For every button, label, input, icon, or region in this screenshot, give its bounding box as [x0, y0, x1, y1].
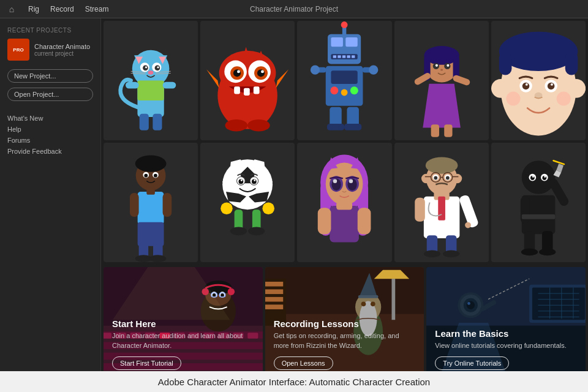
tutorial-1-desc: Join a character audition and learn all …	[112, 331, 254, 350]
char-card-anime-girl[interactable]	[297, 143, 391, 262]
svg-rect-48	[333, 55, 336, 58]
svg-rect-142	[330, 206, 360, 243]
tutorial-3-btn[interactable]: Try Online Tutorials	[435, 356, 509, 370]
svg-rect-44	[346, 37, 358, 47]
provide-feedback-link[interactable]: Provide Feedback	[7, 148, 93, 155]
char-card-ninja[interactable]	[491, 143, 586, 262]
svg-rect-81	[499, 51, 512, 75]
svg-point-12	[148, 70, 154, 75]
svg-point-34	[261, 70, 264, 73]
svg-rect-17	[137, 81, 164, 101]
tutorial-card-recording: Recording Lessons Get tips on recording,…	[265, 267, 424, 379]
svg-point-99	[154, 174, 157, 178]
svg-point-74	[440, 69, 443, 71]
svg-rect-161	[438, 197, 445, 221]
svg-point-139	[349, 179, 353, 184]
svg-point-185	[539, 249, 556, 256]
svg-point-33	[237, 70, 240, 73]
forums-link[interactable]: Forums	[7, 137, 93, 144]
svg-rect-181	[521, 197, 530, 224]
svg-rect-43	[331, 37, 344, 47]
char-card-blue-cat[interactable]	[104, 21, 198, 140]
svg-point-210	[221, 293, 224, 297]
char-card-boy-face[interactable]	[491, 21, 586, 140]
project-icon: PRO	[7, 39, 29, 61]
svg-rect-223	[391, 279, 395, 320]
svg-point-61	[369, 66, 379, 75]
project-status: current project	[34, 50, 90, 57]
svg-point-138	[333, 179, 337, 184]
menu-record[interactable]: Record	[50, 5, 74, 13]
svg-point-150	[421, 174, 431, 184]
char-card-soccer-ball[interactable]	[200, 143, 295, 262]
tutorial-1-btn[interactable]: Start First Tutorial	[112, 356, 181, 370]
svg-point-56	[341, 89, 348, 96]
svg-point-176	[532, 176, 534, 178]
sidebar-links: What's New Help Forums Provide Feedback	[7, 115, 93, 155]
svg-rect-76	[452, 74, 471, 86]
svg-rect-82	[565, 51, 578, 75]
svg-point-126	[230, 227, 247, 235]
svg-point-73	[447, 64, 449, 67]
svg-rect-221	[265, 297, 283, 302]
svg-point-155	[446, 176, 450, 180]
svg-rect-64	[327, 124, 344, 130]
svg-point-107	[135, 255, 152, 262]
svg-rect-21	[153, 114, 162, 130]
svg-rect-104	[138, 222, 164, 246]
menu-rig[interactable]: Rig	[28, 5, 39, 13]
svg-point-149	[425, 157, 458, 173]
help-link[interactable]: Help	[7, 126, 93, 133]
svg-point-72	[435, 64, 437, 67]
svg-point-46	[341, 21, 348, 28]
svg-point-90	[551, 83, 553, 86]
svg-rect-52	[352, 55, 355, 58]
tutorial-3-desc: View online tutorials covering fundament…	[435, 341, 577, 350]
svg-point-10	[145, 66, 147, 68]
svg-point-98	[144, 174, 148, 178]
whats-new-link[interactable]: What's New	[7, 115, 93, 122]
home-icon[interactable]: ⌂	[6, 4, 17, 15]
svg-point-129	[263, 203, 275, 215]
svg-point-55	[331, 86, 339, 94]
caption-text: Adobe Character Animator Interface: Auto…	[158, 377, 430, 387]
svg-point-168	[443, 251, 459, 258]
char-card-boy-dark[interactable]	[104, 143, 198, 262]
window-title: Character Animator Project	[250, 5, 338, 13]
svg-point-108	[149, 255, 166, 262]
new-project-button[interactable]: New Project...	[7, 69, 93, 83]
svg-rect-37	[254, 86, 260, 94]
svg-rect-219	[265, 282, 283, 287]
menu-stream[interactable]: Stream	[85, 5, 109, 13]
tutorial-2-desc: Get tips on recording, arming, editing, …	[274, 331, 416, 350]
char-card-robot[interactable]	[297, 21, 391, 140]
svg-point-212	[228, 288, 235, 295]
project-info: Character Animato current project	[34, 43, 90, 57]
svg-rect-162	[415, 198, 425, 222]
svg-rect-101	[146, 187, 155, 195]
svg-rect-49	[338, 55, 341, 58]
char-card-red-monster[interactable]	[200, 21, 295, 140]
open-project-button[interactable]: Open Project...	[7, 88, 93, 101]
project-name: Character Animato	[34, 43, 90, 50]
svg-rect-236	[532, 288, 585, 320]
svg-rect-144	[318, 208, 331, 234]
svg-point-127	[248, 227, 265, 235]
tutorial-card-basics: Learn the Basics View online tutorials c…	[426, 267, 586, 379]
svg-rect-102	[130, 193, 139, 217]
char-card-doctor[interactable]	[394, 143, 489, 262]
svg-rect-193	[104, 333, 111, 339]
tutorial-1-title: Start Here	[112, 318, 254, 329]
tutorial-2-btn[interactable]: Open Lessons	[274, 356, 333, 370]
svg-rect-231	[358, 295, 379, 298]
svg-rect-65	[344, 124, 361, 130]
svg-point-128	[221, 203, 233, 215]
current-project-item[interactable]: PRO Character Animato current project	[7, 39, 93, 61]
svg-point-89	[526, 83, 528, 86]
tutorial-3-title: Learn the Basics	[435, 328, 577, 339]
char-card-girl-purple[interactable]	[394, 21, 489, 140]
svg-point-60	[311, 66, 320, 75]
svg-rect-54	[331, 70, 358, 84]
svg-point-11	[157, 66, 159, 68]
svg-point-250	[467, 301, 475, 309]
